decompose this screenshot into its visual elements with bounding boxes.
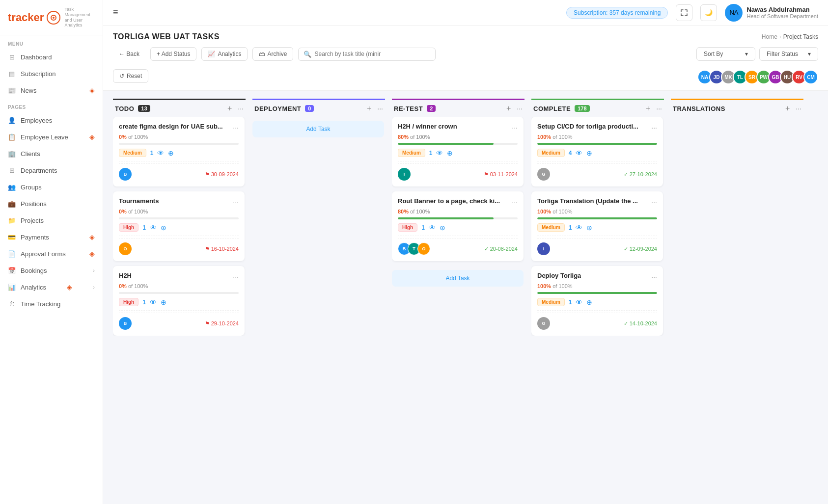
col-menu-button[interactable]: ··· [238,105,244,112]
task-date: ✓ 12-09-2024 [624,246,657,252]
task-menu-button[interactable]: ··· [651,198,657,206]
task-card[interactable]: Torliga Translation (Update the ...···10… [531,191,663,261]
task-number: 1 [421,224,425,231]
col-menu-button[interactable]: ··· [796,105,801,112]
col-menu-button[interactable]: ··· [656,105,662,112]
sidebar-item-label: Time Tracking [21,300,60,308]
filter-status-dropdown[interactable]: Filter Status ▾ [759,47,818,61]
add-task-button[interactable]: Add Task [392,270,524,287]
eye-icon[interactable]: 👁 [576,149,582,157]
task-progress-bar [119,217,239,219]
member-avatars: NAJDMKTLSRPWGBHURVCM [700,66,818,86]
breadcrumb-home[interactable]: Home [762,33,777,40]
sidebar-item-bookings[interactable]: 📅 Bookings › [0,262,103,279]
col-header: TRANSLATIONS+··· [671,99,803,117]
task-progress-bar [119,292,239,294]
fullscreen-button[interactable] [676,4,692,21]
hamburger-button[interactable]: ≡ [113,7,118,18]
task-footer: B⚑ 29-10-2024 [119,313,239,330]
col-add-button[interactable]: + [785,104,790,113]
search-input[interactable] [314,51,430,57]
sidebar-item-groups[interactable]: 👥 Groups [0,179,103,195]
add-user-icon[interactable]: ⊕ [447,149,453,157]
sidebar-item-clients[interactable]: 🏢 Clients [0,145,103,162]
task-menu-button[interactable]: ··· [651,124,657,132]
sidebar-item-time-tracking[interactable]: ⏱ Time Tracking [0,295,103,312]
sidebar-item-news[interactable]: 📰 News ◈ [0,82,103,99]
task-date: ✓ 27-10-2024 [624,171,657,178]
search-icon: 🔍 [304,51,311,58]
col-count: 2 [427,105,436,112]
task-card[interactable]: create figma design for UAE sub...···0% … [113,117,245,186]
logo: tracker Task Management and User Analyti… [0,0,103,35]
eye-icon[interactable]: 👁 [436,149,443,157]
sidebar-item-label: Approval Forms [21,250,66,258]
task-menu-button[interactable]: ··· [512,124,518,132]
archive-button[interactable]: 🗃 Archive [252,47,293,61]
task-date: ⚑ 29-10-2024 [205,320,239,327]
add-user-icon[interactable]: ⊕ [161,298,166,306]
eye-icon[interactable]: 👁 [576,224,582,232]
task-menu-button[interactable]: ··· [651,273,657,281]
task-footer: G✓ 27-10-2024 [537,163,657,181]
search-box[interactable]: 🔍 [298,48,436,61]
task-menu-button[interactable]: ··· [233,273,239,281]
eye-icon[interactable]: 👁 [150,224,157,232]
task-title: Torliga Translation (Update the ... [537,197,638,205]
sort-by-dropdown[interactable]: Sort By ▾ [696,47,755,61]
clock-icon: ⏱ [8,300,16,308]
col-menu-button[interactable]: ··· [517,105,523,112]
task-meta: High1👁⊕ [119,298,239,306]
sidebar-item-positions[interactable]: 💼 Positions [0,195,103,212]
task-card[interactable]: H2H···0% of 100%High1👁⊕B⚑ 29-10-2024 [113,266,245,336]
add-user-icon[interactable]: ⊕ [440,224,445,232]
add-user-icon[interactable]: ⊕ [586,224,592,232]
col-add-button[interactable]: + [367,104,371,113]
task-menu-button[interactable]: ··· [512,198,518,206]
task-progress-bar [537,143,657,145]
book-icon: 📅 [8,266,16,274]
task-card[interactable]: H2H / winner crown···80% of 100%Medium1👁… [392,117,524,186]
sidebar-item-subscription[interactable]: ▤ Subscription [0,65,103,82]
eye-icon[interactable]: 👁 [576,298,582,306]
svg-point-1 [53,17,55,19]
sidebar-item-approval-forms[interactable]: 📄 Approval Forms ◈ [0,245,103,262]
col-add-button[interactable]: + [227,104,232,113]
sidebar-item-departments[interactable]: ⊞ Departments [0,162,103,179]
task-title: Tournaments [119,197,159,205]
add-user-icon[interactable]: ⊕ [586,298,592,306]
task-progress-bar [119,143,239,145]
col-add-button[interactable]: + [506,104,511,113]
darkmode-button[interactable]: 🌙 [700,4,717,21]
chevron-right-icon: › [93,284,95,290]
add-user-icon[interactable]: ⊕ [161,224,166,232]
add-task-button[interactable]: Add Task [252,121,384,137]
col-add-button[interactable]: + [646,104,650,113]
analytics-button[interactable]: 📈 Analytics [201,47,248,61]
add-user-icon[interactable]: ⊕ [168,149,174,157]
task-menu-button[interactable]: ··· [233,198,239,206]
task-card[interactable]: Tournaments···0% of 100%High1👁⊕O⚑ 16-10-… [113,191,245,261]
sidebar-item-payments[interactable]: 💳 Payments ◈ [0,229,103,245]
eye-icon[interactable]: 👁 [150,298,157,306]
add-status-button[interactable]: + Add Status [150,47,196,61]
top-header: ≡ Subscription: 357 days remaining 🌙 NA … [103,0,828,26]
col-menu-button[interactable]: ··· [377,105,383,112]
sidebar-item-projects[interactable]: 📁 Projects [0,212,103,229]
add-user-icon[interactable]: ⊕ [586,149,592,157]
task-card[interactable]: Deploy Torliga···100% of 100%Medium1👁⊕G✓… [531,266,663,336]
task-menu-button[interactable]: ··· [233,124,239,132]
eye-icon[interactable]: 👁 [157,149,164,157]
sidebar-item-employees[interactable]: 👤 Employees [0,112,103,129]
sidebar-item-dashboard[interactable]: ⊞ Dashboard [0,49,103,65]
reset-button[interactable]: ↺ Reset [113,69,148,83]
eye-icon[interactable]: 👁 [429,224,436,232]
kanban-col-deployment: DEPLOYMENT0+···Add Task [252,99,385,496]
sidebar-item-employee-leave[interactable]: 📋 Employee Leave ◈ [0,129,103,145]
back-button[interactable]: ← Back [113,48,145,60]
sidebar-item-analytics[interactable]: 📊 Analytics ◈ › [0,279,103,295]
kanban-col-retest: RE-TEST2+···H2H / winner crown···80% of … [392,99,524,496]
task-avatars: BTO [398,242,430,255]
task-card[interactable]: Rout Banner to a page, check ki...···80%… [392,191,524,261]
task-card[interactable]: Setup CI/CD for torliga producti...···10… [531,117,663,186]
